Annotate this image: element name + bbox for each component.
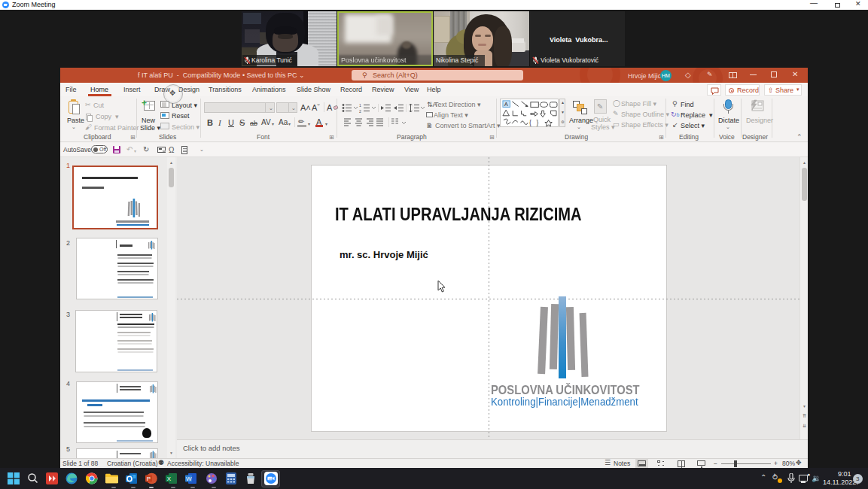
svg-text:X: X <box>167 475 172 482</box>
svg-text:{: { <box>529 119 531 126</box>
svg-text:P: P <box>147 475 151 482</box>
svg-text:2: 2 <box>359 109 361 114</box>
svg-text:}: } <box>536 119 538 126</box>
svg-text:1: 1 <box>359 103 361 108</box>
svg-text:W: W <box>186 475 192 482</box>
svg-text:zoom: zoom <box>269 478 273 481</box>
